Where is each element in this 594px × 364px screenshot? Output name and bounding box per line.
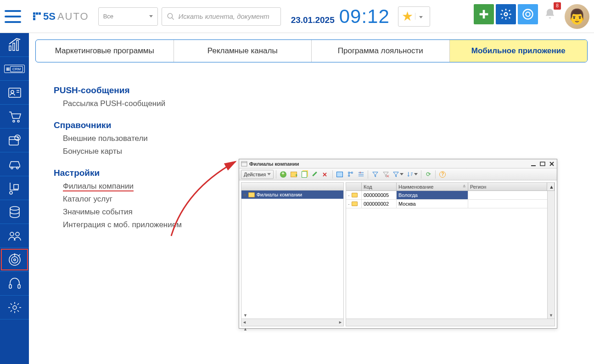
add-item-button[interactable] [279, 170, 288, 179]
hierarchy-button[interactable] [346, 170, 355, 179]
filter-dropdown[interactable]: Все [98, 7, 158, 26]
section-push-title: PUSH-сообщения [54, 85, 588, 95]
sidebar-item-warehouse[interactable] [0, 176, 29, 200]
level-button[interactable] [356, 170, 365, 179]
help-button[interactable] [518, 4, 538, 24]
onec-titlebar[interactable]: Филиалы компании [239, 159, 557, 168]
svg-point-31 [10, 232, 14, 236]
plus-circle-icon [280, 171, 286, 178]
tree-hscroll[interactable]: ◄► [241, 319, 343, 326]
cell-code: 000000002 [362, 200, 397, 208]
search-box[interactable] [162, 7, 281, 26]
filter-dd-icon [392, 171, 399, 178]
sidebar-item-support[interactable] [0, 272, 29, 296]
copy-button[interactable] [300, 170, 309, 179]
folder-plus-icon [291, 172, 297, 177]
grid-hscroll[interactable] [346, 319, 555, 326]
lifebuoy-icon [521, 8, 534, 21]
contact-icon [7, 85, 22, 100]
search-input[interactable] [178, 12, 275, 20]
logo-text-5s: 5S [43, 11, 56, 22]
sidebar-item-marketing[interactable] [0, 248, 29, 272]
sidebar-item-calendar[interactable] [0, 129, 29, 152]
star-icon: ★ [402, 9, 413, 24]
grid-vscroll[interactable]: ▼ [547, 191, 555, 319]
sidebar-item-car[interactable] [0, 152, 29, 176]
grid-header: Код Наименование≜ Регион ▲ [346, 183, 555, 191]
grid-row[interactable]: - 000000002 Москва [346, 200, 555, 208]
col-code[interactable]: Код [362, 183, 397, 190]
close-icon[interactable] [549, 161, 555, 167]
svg-rect-44 [540, 162, 545, 166]
target-icon [7, 252, 22, 267]
expand-icon[interactable]: ⊕ [243, 192, 247, 198]
edit-button[interactable] [310, 170, 319, 179]
svg-point-40 [13, 306, 17, 309]
svg-rect-4 [33, 18, 35, 20]
search-icon [167, 12, 175, 21]
notifications-button[interactable]: 8 [540, 4, 560, 24]
svg-point-16 [11, 90, 14, 93]
svg-line-37 [18, 254, 20, 256]
folder-icon [248, 192, 255, 197]
section-refs-title: Справочники [54, 120, 588, 130]
help-button[interactable]: ? [438, 170, 447, 179]
gear-icon [7, 300, 22, 315]
tree-root-item[interactable]: ⊕ Филиалы компании [241, 190, 343, 199]
move-icon [336, 172, 343, 177]
folder-icon [352, 193, 358, 197]
sidebar-item-database[interactable] [0, 200, 29, 224]
level-icon [358, 171, 364, 178]
tab-mobile-app[interactable]: Мобильное приложение [450, 40, 588, 62]
grid-row[interactable]: - 000000005 Вологда [346, 191, 555, 200]
item-push-broadcast[interactable]: Рассылка PUSH-сообщений [63, 99, 588, 108]
cell-code: 000000005 [362, 191, 397, 199]
col-icon[interactable] [346, 183, 362, 190]
filter-x-icon [382, 171, 389, 178]
col-scroll: ▲ [547, 183, 555, 190]
sort-button[interactable] [406, 170, 419, 179]
onec-toolbar: Действия ✕ ⟳ ? [239, 168, 557, 180]
svg-point-20 [17, 120, 19, 122]
onec-window: Филиалы компании Действия ✕ [239, 159, 557, 329]
filter-by-button[interactable] [392, 170, 404, 179]
filter-clear-button[interactable] [381, 170, 390, 179]
move-button[interactable] [335, 170, 344, 179]
settings-button[interactable] [496, 4, 516, 24]
tab-ad-channels[interactable]: Рекламные каналы [174, 40, 312, 62]
sidebar-item-analytics[interactable] [0, 33, 29, 57]
sidebar-item-team[interactable] [0, 224, 29, 248]
svg-rect-41 [241, 161, 247, 166]
delete-button[interactable]: ✕ [321, 170, 330, 179]
item-bonus-cards[interactable]: Бонусные карты [63, 147, 588, 156]
tree-root-label: Филиалы компании [257, 192, 303, 197]
tab-marketing-programs[interactable]: Маркетинговые программы [36, 40, 174, 62]
hierarchy-icon [347, 171, 354, 178]
favorites-button[interactable]: ★ [398, 6, 430, 27]
col-region[interactable]: Регион [468, 183, 547, 190]
sidebar-item-contacts[interactable] [0, 81, 29, 105]
svg-rect-0 [33, 12, 35, 15]
filter-button[interactable] [370, 170, 380, 179]
time-label: 09:12 [339, 6, 390, 28]
refresh-button[interactable]: ⟳ [424, 170, 433, 179]
item-ext-users[interactable]: Внешние пользователи [63, 134, 588, 143]
svg-point-30 [10, 207, 19, 210]
maximize-icon[interactable] [539, 161, 546, 167]
actions-dropdown[interactable]: Действия [241, 170, 274, 179]
minimize-icon[interactable] [530, 161, 537, 167]
cell-name: Вологда [397, 191, 468, 199]
col-name[interactable]: Наименование≜ [397, 183, 468, 190]
add-folder-button[interactable] [289, 170, 298, 179]
tab-loyalty[interactable]: Программа лояльности [312, 40, 450, 62]
user-avatar[interactable]: 👨 [565, 4, 589, 29]
gear-icon [499, 8, 512, 21]
filter-label: Все [103, 13, 113, 20]
chevron-down-icon [415, 13, 426, 20]
sidebar-item-settings[interactable] [0, 296, 29, 319]
sidebar-item-cart[interactable] [0, 105, 29, 129]
sidebar-item-crm[interactable]: ▦CRM [0, 57, 29, 81]
add-button[interactable] [474, 4, 494, 24]
action-buttons: 8 👨 [474, 4, 589, 29]
menu-toggle[interactable] [5, 10, 21, 23]
